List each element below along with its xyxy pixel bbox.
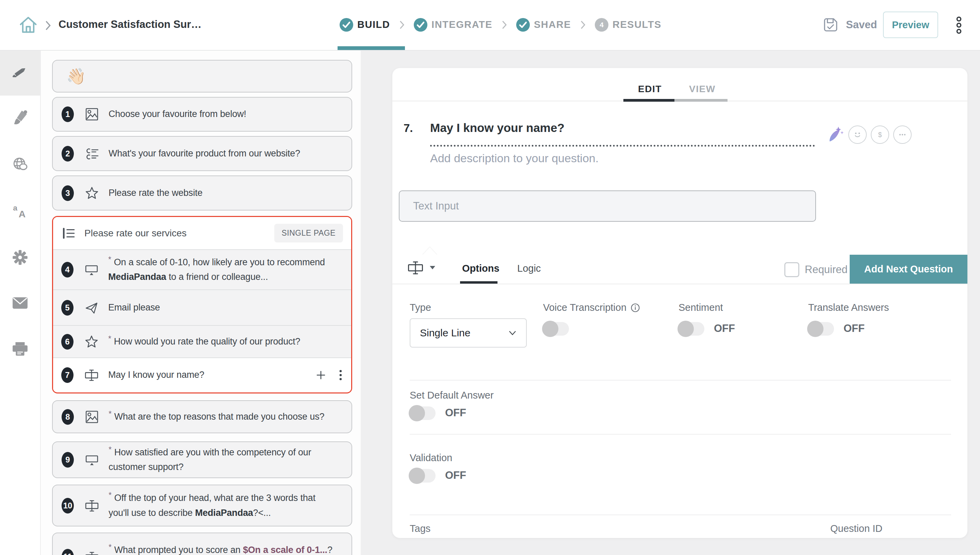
chevron-down-icon [508, 330, 517, 336]
envelope-icon [12, 296, 28, 310]
rail-item-edit[interactable] [0, 50, 40, 96]
question-card-3[interactable]: 3 Please rate the website [52, 175, 352, 210]
step-share[interactable]: SHARE [516, 18, 571, 32]
answer-placeholder: Text Input [413, 200, 459, 212]
voice-transcription-label: Voice Transcription [543, 302, 640, 313]
question-card-9[interactable]: 9 *How satisfied are you with the compet… [52, 441, 352, 478]
welcome-card[interactable]: 👋🏻 [52, 60, 352, 93]
add-next-question-button[interactable]: Add Next Question [850, 255, 967, 284]
translate-answers-toggle[interactable] [808, 322, 834, 336]
top-bar: Customer Satisfaction Sur… BUILD INTEGRA… [0, 0, 980, 51]
opinion-scale-icon [84, 263, 99, 277]
rail-item-design[interactable] [0, 101, 40, 134]
question-description-input[interactable]: Add description to your question. [430, 152, 599, 165]
question-card-4[interactable]: 4 *On a scale of 0-10, how likely are yo… [53, 250, 351, 290]
left-rail: a A [0, 50, 41, 555]
validation-toggle[interactable] [410, 469, 435, 483]
question-number-badge: 8 [62, 409, 74, 425]
step-results[interactable]: 4 RESULTS [595, 18, 662, 32]
tab-edit[interactable]: EDIT [638, 83, 662, 95]
tab-options[interactable]: Options [462, 263, 500, 274]
question-card-1[interactable]: 1 Choose your favourite from below! [52, 97, 352, 132]
sentiment-toggle[interactable] [678, 322, 704, 336]
image-icon [85, 410, 99, 424]
translate-answers-label: Translate Answers [808, 302, 889, 313]
toolbar-divider [392, 284, 967, 284]
question-text: *Off the top of your head, what are the … [109, 491, 330, 520]
step-separator-icon [501, 20, 508, 30]
step-number-circle: 4 [595, 18, 609, 32]
info-icon[interactable] [631, 303, 640, 313]
rail-item-settings[interactable] [0, 241, 40, 274]
caret-down-icon [429, 265, 436, 270]
title-tools: $ [825, 125, 912, 144]
question-number-badge: 6 [61, 334, 74, 350]
voice-transcription-toggle[interactable] [543, 322, 569, 336]
question-number-badge: 4 [61, 262, 74, 278]
preview-button[interactable]: Preview [883, 11, 938, 38]
question-text: What's your favourite product from our w… [109, 146, 300, 161]
more-menu-button[interactable] [952, 16, 966, 35]
step-build[interactable]: BUILD [340, 18, 390, 32]
question-number: 7. [403, 122, 413, 135]
question-type-picker[interactable] [407, 260, 436, 276]
validation-state: OFF [445, 469, 466, 481]
options-tab-underline [460, 281, 498, 284]
question-number-badge: 5 [61, 300, 74, 316]
question-number-badge: 3 [62, 185, 74, 201]
set-default-answer-toggle[interactable] [410, 406, 435, 420]
question-number-badge: 1 [62, 106, 74, 122]
required-checkbox[interactable] [784, 262, 799, 277]
step-label: RESULTS [612, 19, 662, 30]
svg-text:A: A [19, 209, 26, 219]
gear-icon [11, 249, 29, 266]
sentiment-state: OFF [714, 322, 735, 335]
variables-button[interactable]: $ [871, 125, 889, 144]
type-select[interactable]: Single Line [410, 318, 527, 348]
group-title: Please rate our services [84, 228, 274, 239]
emoji-button[interactable] [848, 125, 867, 144]
question-card-2[interactable]: 2 What's your favourite product from our… [52, 136, 352, 171]
type-select-value: Single Line [420, 327, 508, 339]
question-text: *How satisfied are you with the competen… [109, 445, 333, 475]
ai-feather-icon[interactable] [825, 125, 844, 144]
question-number-badge: 11 [62, 549, 74, 555]
tab-view[interactable]: VIEW [689, 83, 716, 95]
section-divider [410, 380, 951, 380]
check-circle-icon [516, 18, 530, 32]
rail-item-email[interactable] [0, 287, 40, 319]
rail-item-web[interactable] [0, 148, 40, 181]
survey-title[interactable]: Customer Satisfaction Sur… [58, 18, 201, 30]
svg-text:$: $ [878, 131, 882, 138]
question-card-10[interactable]: 10 *Off the top of your head, what are t… [52, 484, 352, 526]
question-text: *What prompted you to score an $On a sca… [109, 543, 333, 555]
more-options-button[interactable] [893, 125, 912, 144]
question-card-7[interactable]: 7 May I know your name? [53, 358, 351, 392]
star-icon [84, 335, 99, 349]
tab-logic[interactable]: Logic [517, 263, 541, 274]
star-icon [85, 186, 99, 200]
question-card-5[interactable]: 5 Email please [53, 290, 351, 326]
multiple-choice-icon [85, 147, 99, 161]
tab-edit-underline [623, 99, 675, 102]
section-divider [410, 434, 951, 435]
check-circle-icon [340, 18, 353, 32]
answer-input[interactable]: Text Input [399, 191, 816, 222]
group-header[interactable]: Please rate our services SINGLE PAGE [53, 217, 351, 250]
sentiment-label: Sentiment [678, 302, 723, 313]
text-input-icon [84, 368, 99, 382]
rail-item-print[interactable] [0, 333, 40, 366]
translate-icon: a A [12, 203, 28, 219]
question-card-8[interactable]: 8 *What are the top reasons that made yo… [52, 400, 352, 433]
question-card-11[interactable]: 11 *What prompted you to score an $On a … [52, 533, 352, 555]
home-button[interactable] [18, 14, 39, 35]
globe-icon [12, 156, 28, 172]
question-kebab-icon[interactable] [338, 369, 343, 381]
step-separator-icon [398, 20, 406, 30]
type-label: Type [410, 302, 431, 313]
step-integrate[interactable]: INTEGRATE [414, 18, 492, 32]
rail-item-translate[interactable]: a A [0, 195, 40, 228]
add-question-icon[interactable] [315, 369, 327, 381]
step-label: INTEGRATE [432, 19, 492, 30]
question-card-6[interactable]: 6 *How would you rate the quality of our… [53, 326, 351, 358]
